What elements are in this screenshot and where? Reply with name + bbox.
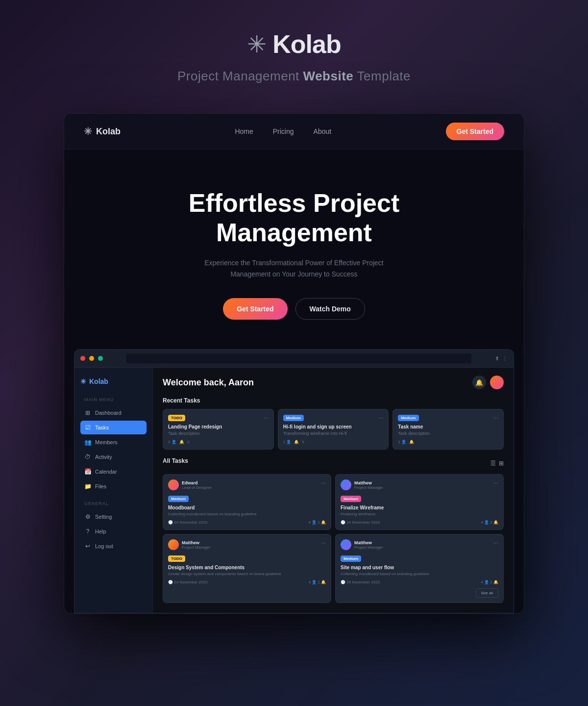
help-icon: ? [84,528,91,535]
nav-logo: ✳ Kolab [84,126,121,137]
browser-share-icon: ⬆ [495,355,499,362]
hero-buttons: Get Started Watch Demo [223,298,365,320]
sidebar-item-setting[interactable]: ⚙ Setting [80,510,147,524]
sidebar-dashboard-label: Dashboard [95,410,122,416]
sidebar-setting-label: Setting [95,514,112,520]
sidebar-members-label: Members [95,439,118,445]
user-name-2: Matthew [354,480,383,485]
sidebar-calendar-label: Calendar [95,469,117,475]
dashboard-mockup: ⬆ ⋮ ✳ Kolab MAIN MENU ⊞ Dashboard [74,349,514,613]
user-avatar-3 [168,539,179,550]
setting-icon: ⚙ [84,513,91,520]
utask-title-4: Site map and user flow [341,565,498,570]
sidebar-logo-name: Kolab [89,378,108,385]
utask-desc-4: Collecting moodboard based on branding g… [341,572,498,576]
hero-subtitle: Experience the Transformational Power of… [201,257,387,281]
all-tasks-grid: Edward Lead of Designer ··· Medium Moodb… [163,474,504,603]
grid-view-icon[interactable]: ⊞ [499,460,504,467]
task-desc-3: Task description [398,431,498,436]
list-view-icon[interactable]: ☰ [490,460,496,467]
sidebar: ✳ Kolab MAIN MENU ⊞ Dashboard ☑ Tasks 👥 [74,368,153,613]
top-branding: ✳ Kolab Project Management Website Templ… [0,0,588,103]
recent-task-card-3[interactable]: Medium ··· Task name Task description 2 … [392,409,504,450]
utask-badge-1: Medium [168,496,189,502]
sidebar-item-activity[interactable]: ⏱ Activity [80,450,147,464]
utask-title-2: Finalize Wireframe [341,505,498,510]
task-meta-3: 2 👤🔔 [398,440,498,444]
nav-logo-name: Kolab [96,126,121,137]
sidebar-help-label: Help [95,529,106,534]
navbar-cta-button[interactable]: Get Started [446,123,504,140]
sidebar-item-logout[interactable]: ↩ Log out [80,539,147,553]
tasks-icon: ☑ [84,424,91,431]
recent-task-card-2[interactable]: Medium ··· Hi-fi login and sign up scree… [278,409,389,450]
card-more-4[interactable]: ··· [493,539,498,546]
sidebar-item-files[interactable]: 📁 Files [80,479,147,493]
brand-subtitle: Project Management Website Template [177,69,411,84]
utask-date-3: 🕐 24 November 2023 [168,580,207,584]
user-name-1: Edward [182,480,212,485]
nav-link-about[interactable]: About [314,127,332,135]
utask-badge-2: Medium [341,496,361,502]
calendar-icon: 📅 [84,468,91,475]
user-name-3: Matthew [182,540,211,545]
nav-links: Home Pricing About [235,127,331,135]
task-more-1[interactable]: ··· [264,414,269,421]
utask-meta-1: 4 👤 2 🔔 [308,520,326,525]
user-role-1: Lead of Designer [182,485,212,490]
card-more-3[interactable]: ··· [321,539,326,546]
task-more-2[interactable]: ··· [378,414,383,421]
utask-badge-4: Medium [341,555,361,562]
task-title-3: Task name [398,424,498,429]
task-badge-3: Medium [398,415,418,421]
sidebar-item-dashboard[interactable]: ⊞ Dashboard [80,406,147,420]
utask-desc-1: Collecting moodboard based on branding g… [168,512,326,516]
brand-logo: ✳ Kolab [247,29,341,59]
user-role-4: Project Manager [354,545,383,550]
nav-link-pricing[interactable]: Pricing [273,127,294,135]
task-desc-1: Task description [168,431,269,436]
utask-desc-2: Finalizing wireframe [341,512,498,516]
sidebar-item-calendar[interactable]: 📅 Calendar [80,465,147,479]
hero-watch-demo-button[interactable]: Watch Demo [295,298,365,320]
task-more-3[interactable]: ··· [493,414,498,421]
sidebar-files-label: Files [95,483,106,489]
dashboard-layout: ✳ Kolab MAIN MENU ⊞ Dashboard ☑ Tasks 👥 [74,368,514,613]
dot-green [98,356,103,361]
user-avatar-1 [168,479,179,490]
sidebar-logo: ✳ Kolab [80,376,147,387]
user-task-card-2[interactable]: Matthew Project Manager ··· Medium Final… [335,474,504,530]
brand-name: Kolab [272,29,341,59]
hero-get-started-button[interactable]: Get Started [223,298,287,320]
avatar[interactable] [490,376,504,389]
sidebar-main-menu-label: MAIN MENU [80,397,147,402]
inner-browser-chrome: ⬆ ⋮ [74,350,514,368]
activity-icon: ⏱ [84,454,91,460]
user-task-card-3[interactable]: Matthew Project Manager ··· TODO Design … [163,534,331,603]
utask-meta-4: 4 👤 2 🔔 [481,580,498,584]
brand-asterisk-icon: ✳ [247,30,267,58]
utask-date-2: 🕐 24 November 2023 [341,520,380,525]
notification-icon[interactable]: 🔔 [472,376,486,389]
see-all-button[interactable]: See all [476,588,498,598]
utask-title-1: Moodboard [168,505,326,510]
sidebar-item-help[interactable]: ? Help [80,525,147,538]
card-more-1[interactable]: ··· [321,479,326,486]
sidebar-tasks-label: Tasks [95,425,109,430]
recent-tasks-grid: TODO ··· Landing Page redesign Task desc… [163,409,504,450]
hero-section: Effortless Project Management Experience… [64,150,524,349]
sidebar-activity-label: Activity [95,454,112,460]
utask-meta-3: 4 👤 2 🔔 [308,580,326,584]
recent-task-card-1[interactable]: TODO ··· Landing Page redesign Task desc… [163,409,274,450]
utask-title-3: Design System and Components [168,565,326,570]
card-more-2[interactable]: ··· [493,479,498,486]
sidebar-item-members[interactable]: 👥 Members [80,435,147,449]
sidebar-item-tasks[interactable]: ☑ Tasks [80,421,147,434]
browser-address-bar[interactable] [126,353,471,363]
dashboard-icon: ⊞ [84,409,91,416]
user-task-card-1[interactable]: Edward Lead of Designer ··· Medium Moodb… [163,474,331,530]
task-meta-1: 2 👤🔔3 [168,440,269,444]
nav-link-home[interactable]: Home [235,127,253,135]
user-task-card-4[interactable]: Matthew Project Manager ··· Medium Site … [335,534,504,603]
logout-icon: ↩ [84,543,91,550]
